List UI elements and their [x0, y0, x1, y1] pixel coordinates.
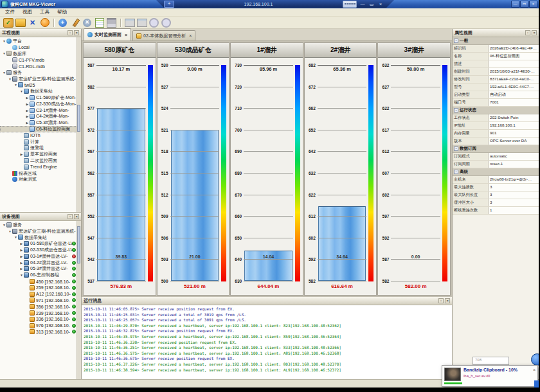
- prop-row[interactable]: IP地址192.168.100.1: [453, 122, 539, 130]
- project-tree-item[interactable]: ▼服务: [0, 69, 81, 76]
- open-project-icon[interactable]: [15, 19, 26, 27]
- maximize-button[interactable]: ▭: [520, 1, 528, 8]
- project-tree-item[interactable]: ▶C4-2#溜井-Mon-: [0, 114, 81, 120]
- connect-user-icon[interactable]: ✓: [3, 18, 14, 28]
- menu-视图[interactable]: 视图: [19, 8, 36, 16]
- list-view-icon[interactable]: [95, 18, 104, 28]
- tab-close-icon[interactable]: ×: [189, 33, 192, 38]
- device-tree-item[interactable]: 356 [192.168.10-: [0, 303, 81, 310]
- panel-close-icon[interactable]: ×: [74, 30, 79, 35]
- device-tree-item[interactable]: ▼服务: [0, 222, 81, 228]
- prop-row[interactable]: 创建时间2015/10/03-a21f-4E30-…: [453, 68, 539, 76]
- device-tree-item[interactable]: ▶03-1#溜井雷达-LV-: [0, 253, 81, 260]
- project-tree-item[interactable]: C1-RDL.mdb: [0, 63, 81, 69]
- remote-close-button[interactable]: ×: [377, 1, 384, 8]
- scrollbar-thumb[interactable]: [77, 226, 80, 263]
- device-tree-item[interactable]: 976 [192.168.10-: [0, 323, 81, 329]
- device-tree-item[interactable]: ▶05-3#溜井雷达-LV-: [0, 266, 81, 272]
- prop-row[interactable]: 断线重连次数1: [453, 207, 539, 215]
- prop-row[interactable]: 主机名2frcw88-br21qr=@3r-…: [453, 176, 539, 184]
- tab-2[interactable]: 02-本体数据管理分析×: [132, 30, 195, 40]
- device-tree-item[interactable]: 259 [192.168.10-: [0, 285, 81, 291]
- project-tree-item[interactable]: ▶C3-1#溜井-Mon-: [0, 107, 81, 114]
- prop-section-header[interactable]: -运行状态: [453, 107, 539, 114]
- alarm-icon[interactable]: [40, 18, 50, 27]
- panel-close-icon[interactable]: ×: [74, 214, 79, 219]
- prop-section-header[interactable]: -数据订阅: [453, 145, 539, 153]
- prop-section-header[interactable]: -高级: [453, 168, 539, 176]
- prop-row[interactable]: 订阅周期msec-1: [453, 161, 539, 168]
- prop-row[interactable]: 型号192.aAL1-4E0C-44C7-…: [453, 84, 539, 91]
- panel-close-icon[interactable]: ×: [532, 30, 537, 35]
- prop-row[interactable]: 版本OPC Server over DA: [453, 138, 539, 145]
- remote-restore-button[interactable]: ▭: [368, 1, 375, 8]
- device-tree-item[interactable]: ▶01-580原矿仓雷达-LV-: [0, 240, 81, 247]
- device-tree-item[interactable]: 336 [192.168.10-: [0, 316, 81, 323]
- tab-close-icon[interactable]: ×: [125, 33, 127, 37]
- close-button[interactable]: ×: [529, 1, 537, 8]
- edit-icon[interactable]: [71, 18, 80, 27]
- project-tree-item[interactable]: C6-料位监控画面: [0, 126, 81, 132]
- minimize-button[interactable]: —: [511, 1, 519, 8]
- project-tree-item[interactable]: ▼宏达矿业三期-料位监测系统-: [0, 76, 81, 82]
- prop-row[interactable]: 内存用量901: [453, 130, 539, 138]
- project-tree-item[interactable]: C1-PFV.mdb: [0, 57, 81, 63]
- prop-row[interactable]: 缓冲区大小3: [453, 199, 539, 207]
- device-tree-item[interactable]: 239 [192.168.10-: [0, 310, 81, 316]
- project-tree-item[interactable]: ▶C5-3#溜井-Mon-: [0, 120, 81, 126]
- device-tree-item[interactable]: ▶02-530成品仓雷达-LV-: [0, 247, 81, 253]
- prop-row[interactable]: 启动类型自动启动: [453, 91, 539, 99]
- session-grid-dropdown[interactable]: [343, 1, 357, 8]
- project-tree-item[interactable]: 报警组: [0, 145, 81, 152]
- panel-dock-icon[interactable]: ▫: [525, 30, 530, 35]
- prop-row[interactable]: 订阅模式automatic: [453, 153, 539, 161]
- project-tree-item[interactable]: ▼数据采集站: [0, 88, 81, 94]
- project-tree-item[interactable]: ▶C2-530成品仓-Mon-: [0, 101, 81, 107]
- menu-帮助[interactable]: 帮助: [53, 8, 71, 16]
- prop-row[interactable]: 工作状态202 Switch Poin: [453, 114, 539, 122]
- prop-row[interactable]: 最大连接数3: [453, 184, 539, 192]
- prop-row[interactable]: 描述: [453, 60, 539, 68]
- prop-row[interactable]: 名称06-料位监控画面: [453, 53, 539, 60]
- menu-文件[interactable]: 文件: [1, 8, 19, 16]
- project-tree-item[interactable]: Trend Engine: [0, 164, 81, 170]
- add-icon[interactable]: +: [59, 19, 67, 27]
- new-session-tab-button[interactable]: +: [164, 1, 174, 8]
- panel-dock-icon[interactable]: ▫: [68, 214, 73, 219]
- device-tree-item[interactable]: ▼06-主控制器组: [0, 272, 81, 278]
- project-tree-item[interactable]: ▶C1-580原矿仓-Mon-: [0, 94, 81, 101]
- menu-工具[interactable]: 工具: [36, 8, 53, 16]
- device-tree-scrollbar[interactable]: [76, 221, 81, 379]
- prop-row[interactable]: 标识码2026aE2D-c4b6-4Ec-4F…: [453, 45, 539, 53]
- project-tree-item[interactable]: 计算: [0, 139, 81, 145]
- project-tree-scrollbar[interactable]: [76, 37, 81, 212]
- scrollbar-thumb[interactable]: [77, 105, 80, 132]
- device-tree-item[interactable]: 450 [192.168.10-: [0, 278, 81, 285]
- project-tree-item[interactable]: ▼twl25: [0, 82, 81, 89]
- project-tree-item[interactable]: ▶基本监控画面: [0, 151, 81, 157]
- project-tree-item[interactable]: 报表区域: [0, 170, 81, 177]
- device-tree-item[interactable]: ▶04-2#溜井雷达-LV-: [0, 260, 81, 266]
- project-tree-item[interactable]: ▼平台: [0, 38, 81, 44]
- prop-section-header[interactable]: -一般: [453, 37, 539, 45]
- remote-minimize-button[interactable]: —: [359, 1, 366, 8]
- prop-row[interactable]: 端口号7001: [453, 99, 539, 107]
- disconnect-icon[interactable]: ✕: [30, 19, 35, 27]
- project-tree-item[interactable]: Local: [0, 44, 81, 51]
- device-tree-item[interactable]: 313 [192.168.10-: [0, 329, 81, 335]
- panel-dock-icon[interactable]: ▫: [438, 298, 444, 303]
- project-tree-item[interactable]: ▼数据库: [0, 51, 81, 57]
- project-tree-item[interactable]: 二次监控画面: [0, 157, 81, 164]
- device-tree-item[interactable]: ▼宏达矿业三期-料位监测系统-: [0, 228, 81, 235]
- prop-row[interactable]: 修改时间8371aEaF-c21d-4aC0-…: [453, 76, 539, 84]
- device-tree-item[interactable]: 971 [192.168.10-: [0, 298, 81, 304]
- tab-1[interactable]: 实时监测画面×: [84, 28, 131, 40]
- device-tree-item[interactable]: ▼数据采集站: [0, 235, 81, 241]
- project-tree-item[interactable]: IOTh: [0, 132, 81, 139]
- delete-icon[interactable]: ✕: [83, 19, 91, 27]
- clipboard-notification-popup[interactable]: Bandizip Clipboard - 10% lba_h_ser.av.dl…: [442, 365, 538, 387]
- project-tree-item[interactable]: 对象浏览: [0, 177, 81, 183]
- panel-close-icon[interactable]: ×: [445, 298, 450, 303]
- panel-dock-icon[interactable]: ▫: [68, 30, 73, 35]
- device-tree-item[interactable]: A12 [192.168.10-: [0, 291, 81, 298]
